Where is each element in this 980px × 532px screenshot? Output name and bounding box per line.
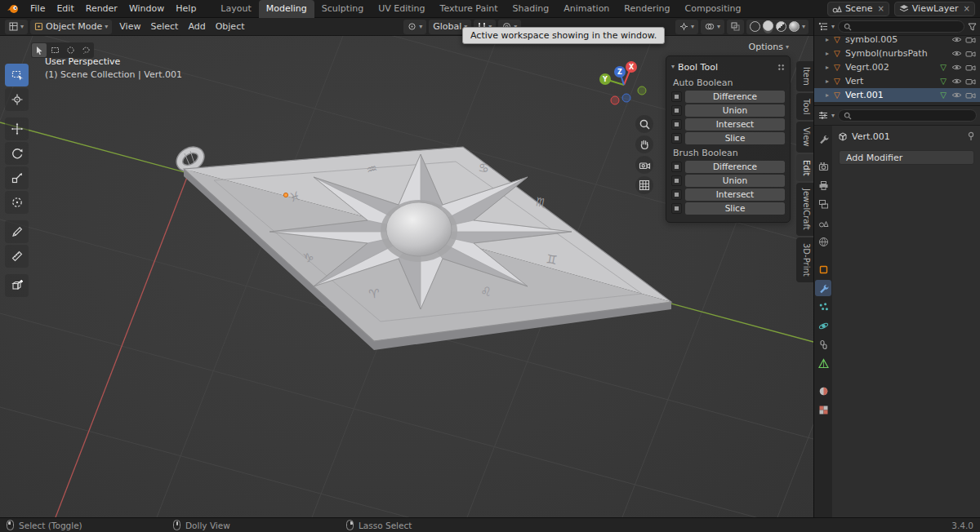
disclosure-triangle-icon[interactable]: ▸ [826,36,834,43]
disable-in-render-icon[interactable] [964,50,978,58]
shading-material-icon[interactable] [776,21,786,32]
outliner-row[interactable]: ▸ ▽ Vert.001 ▽ [814,88,980,102]
texture-tab-icon[interactable] [815,401,831,418]
hide-in-viewport-icon[interactable] [950,91,964,99]
outliner-row[interactable]: ▸ ▽ Vert ▽ [814,74,980,88]
3d-viewport[interactable]: ♒♋♏♊♌♈♑♓ User Perspective (1) Scene Coll… [0,36,813,517]
axis-negative-y[interactable] [638,86,646,95]
world-tab-icon[interactable] [815,233,831,250]
workspace-tab[interactable]: UV Editing [371,0,432,18]
box-select-icon[interactable] [47,43,62,57]
viewport-menu-item[interactable]: Select [145,19,183,35]
hide-in-viewport-icon[interactable] [950,36,964,43]
add-modifier-button[interactable]: Add Modifier [839,150,974,165]
menu-item[interactable]: Edit [51,0,79,17]
outliner-search[interactable] [838,20,964,33]
tool-transform[interactable] [5,191,29,214]
properties-editor-icon[interactable] [818,111,828,120]
bool-tool-panel-header[interactable]: ▾ Bool Tool [671,60,785,74]
hide-in-viewport-icon[interactable] [950,78,964,85]
editor-type-button[interactable]: ▾ [5,20,28,34]
tool-tab-icon[interactable] [815,131,831,147]
tool-add-cube[interactable] [5,274,29,297]
panel-collapse-icon[interactable]: ▾ [671,64,675,70]
viewport-menu-item[interactable]: View [114,19,145,35]
outliner-editor-icon[interactable] [818,22,828,31]
sidebar-tab[interactable]: JewelCraft [796,183,813,236]
boolean-operation-button[interactable]: Difference [685,91,785,103]
sidebar-tab[interactable]: 3D-Print [796,237,813,282]
blender-logo-icon[interactable] [7,3,20,15]
options-button[interactable]: Options▾ [749,42,789,52]
workspace-tab[interactable]: Layout [213,0,258,18]
transform-pivot-button[interactable]: ▾ [403,20,426,34]
disclosure-triangle-icon[interactable]: ▸ [826,50,834,57]
material-tab-icon[interactable] [815,383,831,399]
disclosure-triangle-icon[interactable]: ▸ [826,78,834,85]
boolean-operation-button[interactable]: Difference [685,161,785,173]
show-gizmo-button[interactable]: ▾ [675,20,698,34]
disclosure-triangle-icon[interactable]: ▸ [826,91,834,99]
zoom-icon[interactable] [635,115,653,133]
boolean-operation-button[interactable]: Union [685,175,785,187]
render-tab-icon[interactable] [815,158,831,175]
menu-item[interactable]: Help [170,0,202,17]
modifiers-tab-icon[interactable] [815,280,831,296]
boolean-operation-button[interactable]: Intersect [685,118,785,131]
navigation-gizmo[interactable]: X Y Z [593,57,657,114]
shading-rendered-icon[interactable] [789,21,800,32]
disable-in-render-icon[interactable] [964,36,978,44]
object-tab-icon[interactable] [815,261,831,277]
view-layer-selector[interactable]: ViewLayer × [894,2,975,16]
pan-hand-icon[interactable] [635,135,653,153]
workspace-tab[interactable]: Texture Paint [433,0,506,18]
viewport-menu-item[interactable]: Object [211,19,250,35]
workspace-tab[interactable]: Sculpting [314,0,371,18]
workspace-tab[interactable]: Animation [556,0,617,18]
tool-cursor[interactable] [5,88,29,111]
output-tab-icon[interactable] [815,177,831,193]
tool-rotate[interactable] [5,142,29,165]
mode-selector[interactable]: Object Mode ▾ [30,20,112,34]
tweak-select-icon[interactable] [32,43,47,57]
sidebar-tab[interactable]: View [796,122,813,153]
object-data-tab-icon[interactable] [815,355,831,371]
remove-view-layer-icon[interactable]: × [962,4,970,13]
hide-in-viewport-icon[interactable] [950,50,964,57]
boolean-operation-button[interactable]: Slice [685,202,785,215]
lasso-select-icon[interactable] [78,43,93,57]
menu-item[interactable]: File [24,0,51,17]
outliner-row[interactable]: ▸ ▽ Symbol(nurbsPath ▽ [814,47,980,60]
workspace-tab[interactable]: Rendering [617,0,677,18]
unlink-scene-icon[interactable]: × [875,4,884,13]
tool-measure[interactable] [5,245,29,268]
pendant-model[interactable]: ♒♋♏♊♌♈♑♓ [176,146,671,350]
shading-wireframe-icon[interactable] [750,21,760,32]
viewport-menu-item[interactable]: Add [183,19,210,35]
boolean-operation-button[interactable]: Slice [685,132,785,144]
axis-negative-z[interactable] [622,94,630,102]
workspace-tab[interactable]: Compositing [678,0,749,18]
outliner-row[interactable]: ▸ ▽ symbol.005 ▽ [814,33,980,47]
shading-solid-icon[interactable] [763,20,773,31]
editor-type-caret[interactable]: ▾ [831,24,835,30]
menu-item[interactable]: Render [80,0,123,17]
tool-move[interactable] [5,117,29,140]
tool-select-box[interactable] [5,64,29,86]
toggle-perspective-icon[interactable] [635,176,653,194]
workspace-tab[interactable]: Shading [506,0,557,18]
hide-in-viewport-icon[interactable] [950,64,964,71]
sidebar-tab[interactable]: Item [796,61,813,91]
boolean-operation-button[interactable]: Union [685,104,785,117]
particles-tab-icon[interactable] [815,299,831,315]
axis-negative-x[interactable] [611,96,619,104]
editor-type-caret[interactable]: ▾ [831,113,835,119]
panel-options-icon[interactable] [777,64,785,71]
scene-tab-icon[interactable] [815,215,831,231]
filter-icon[interactable] [968,23,977,31]
disclosure-triangle-icon[interactable]: ▸ [826,64,834,71]
disable-in-render-icon[interactable] [964,78,978,86]
scene-selector[interactable]: Scene × [827,2,889,16]
sidebar-tab[interactable]: Tool [796,93,813,120]
outliner-row[interactable]: ▸ ▽ Vegrt.002 ▽ [814,60,980,74]
